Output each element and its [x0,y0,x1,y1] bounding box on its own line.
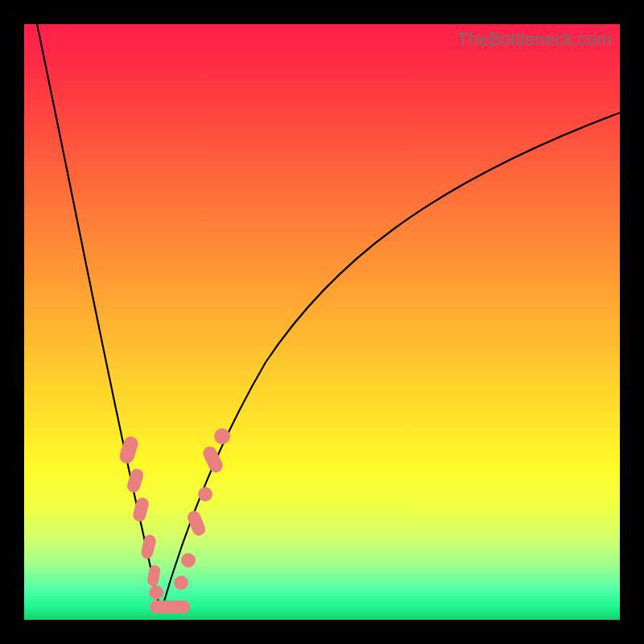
marker-group [118,428,230,613]
marker-lozenge [147,564,162,587]
marker-bar [150,601,190,613]
plot-area: TheBottleneck.com [24,24,620,620]
marker-dot [149,585,163,600]
marker-lozenge [131,496,150,522]
marker-dot [174,576,188,590]
marker-dot [181,553,196,568]
marker-dot [214,428,230,444]
curve-right-branch [161,113,620,612]
marker-dot [198,487,213,502]
chart-frame: TheBottleneck.com [0,0,644,644]
marker-lozenge [140,534,157,560]
curve-left-branch [37,24,161,612]
marker-lozenge [186,509,208,538]
curve-layer [24,24,620,620]
marker-lozenge [118,435,140,465]
